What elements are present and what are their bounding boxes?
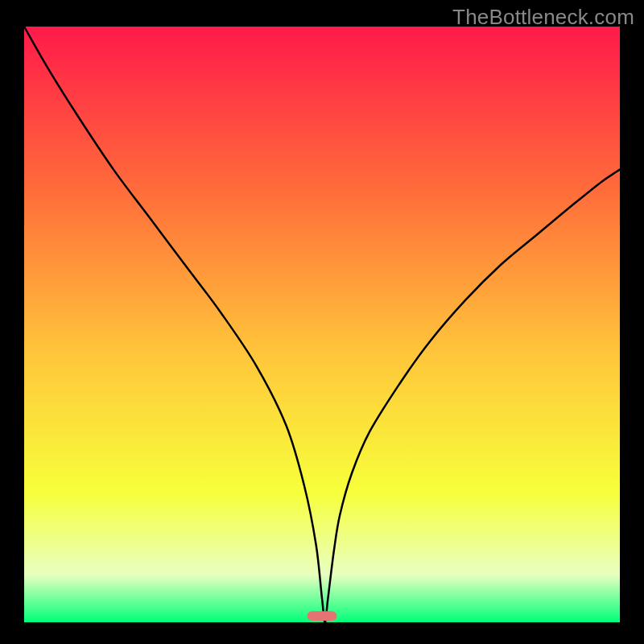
chart-container: TheBottleneck.com — [0, 0, 644, 644]
plot-area — [24, 27, 620, 622]
bottleneck-chart — [0, 0, 644, 644]
watermark-text: TheBottleneck.com — [452, 5, 634, 30]
optimum-marker — [308, 611, 337, 621]
